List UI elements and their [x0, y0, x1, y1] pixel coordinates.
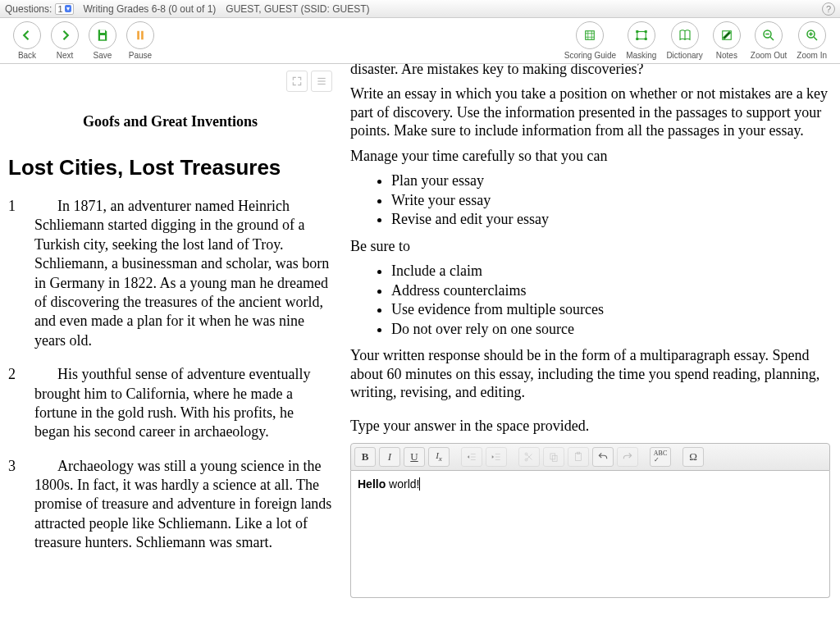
svg-rect-8	[636, 38, 638, 40]
list-item: Plan your essay	[391, 171, 830, 190]
prompt-type: Type your answer in the space provided.	[350, 417, 830, 436]
list-item: Address counterclaims	[391, 281, 830, 300]
svg-line-12	[770, 37, 774, 40]
paragraph-number: 2	[8, 365, 34, 442]
passage-heading-2: Lost Cities, Lost Treasures	[8, 155, 332, 180]
besure-list: Include a claimAddress counterclaimsUse …	[391, 262, 830, 338]
svg-line-15	[814, 37, 817, 40]
redo-button[interactable]	[617, 447, 638, 467]
cut-button[interactable]	[518, 447, 540, 467]
manage-list: Plan your essayWrite your essayRevise an…	[391, 171, 830, 229]
answer-text-bold: Hello	[358, 477, 386, 491]
paragraph-text: In 1871, an adventurer named Heinrich Sc…	[34, 197, 332, 350]
prompt-cut-line: disaster. Are mistakes key to making dis…	[350, 64, 830, 78]
list-item: Revise and edit your essay	[391, 210, 830, 229]
paragraph-text: His youthful sense of adventure eventual…	[34, 365, 332, 442]
title-bar: Questions: 1 ▾ Writing Grades 6-8 (0 out…	[0, 0, 840, 18]
svg-rect-5	[637, 32, 646, 39]
help-icon[interactable]: ?	[822, 2, 835, 16]
pause-button[interactable]: Pause	[126, 21, 154, 60]
special-char-button[interactable]: Ω	[682, 447, 704, 467]
dictionary-button[interactable]: Dictionary	[666, 21, 702, 60]
italic-button[interactable]: I	[379, 447, 400, 467]
editor-toolbar: B I U Ix ABC✓ Ω	[350, 443, 830, 471]
paragraph-text: Archaeology was still a young science in…	[34, 457, 332, 553]
list-item: Include a claim	[391, 262, 830, 281]
undo-button[interactable]	[592, 447, 614, 467]
copy-button[interactable]	[543, 447, 564, 467]
svg-rect-4	[586, 31, 595, 40]
prompt-written: Your written response should be in the f…	[350, 346, 830, 402]
back-button[interactable]: Back	[13, 21, 41, 60]
svg-rect-3	[141, 31, 144, 40]
passage-heading-1: Goofs and Great Inventions	[8, 113, 332, 130]
paragraph-number: 1	[8, 197, 34, 350]
main-toolbar: Back Next Save Pause Scoring Guide Maski…	[0, 18, 840, 64]
prompt-besure: Be sure to	[350, 237, 830, 256]
text-caret	[419, 477, 420, 491]
svg-rect-1	[100, 35, 105, 39]
next-button[interactable]: Next	[51, 21, 79, 60]
svg-rect-7	[645, 30, 647, 33]
questions-label: Questions:	[5, 3, 52, 15]
prompt-manage: Manage your time carefully so that you c…	[350, 147, 830, 166]
answer-editor[interactable]: Hello world!	[350, 471, 830, 598]
answer-text: world!	[386, 477, 419, 491]
bold-button[interactable]: B	[354, 447, 376, 467]
user-label: GUEST, GUEST (SSID: GUEST)	[226, 3, 369, 15]
masking-button[interactable]: Masking	[626, 21, 656, 60]
prompt-pane: disaster. Are mistakes key to making dis…	[340, 64, 840, 630]
list-item: Do not over rely on one source	[391, 320, 830, 339]
menu-icon[interactable]	[311, 71, 332, 92]
assessment-title: Writing Grades 6-8 (0 out of 1)	[84, 3, 217, 15]
prompt-intro: Write an essay in which you take a posit…	[350, 84, 830, 140]
indent-button[interactable]	[486, 447, 507, 467]
svg-rect-2	[137, 31, 139, 40]
paste-button[interactable]	[568, 447, 589, 467]
paragraph-number: 3	[8, 457, 34, 553]
svg-rect-6	[636, 30, 638, 33]
list-item: Use evidence from multiple sources	[391, 300, 830, 319]
svg-rect-0	[100, 30, 105, 33]
underline-button[interactable]: U	[404, 447, 425, 467]
expand-icon[interactable]	[286, 71, 308, 92]
paragraph-row: 2His youthful sense of adventure eventua…	[8, 365, 332, 442]
svg-rect-23	[550, 454, 555, 459]
scoring-guide-button[interactable]: Scoring Guide	[564, 21, 616, 60]
passage-pane: Goofs and Great Inventions Lost Cities, …	[0, 64, 340, 630]
paragraph-row: 1In 1871, an adventurer named Heinrich S…	[8, 197, 332, 350]
list-item: Write your essay	[391, 191, 830, 210]
clear-format-button[interactable]: Ix	[428, 447, 450, 467]
svg-rect-9	[645, 38, 647, 40]
notes-button[interactable]: Notes	[713, 21, 741, 60]
outdent-button[interactable]	[461, 447, 482, 467]
paragraph-row: 3Archaeology was still a young science i…	[8, 457, 332, 553]
chevron-down-icon: ▾	[65, 5, 71, 12]
save-button[interactable]: Save	[89, 21, 116, 60]
svg-rect-24	[552, 455, 557, 461]
zoom-in-button[interactable]: Zoom In	[797, 21, 827, 60]
zoom-out-button[interactable]: Zoom Out	[751, 21, 787, 60]
question-selector[interactable]: 1 ▾	[55, 3, 73, 15]
spellcheck-button[interactable]: ABC✓	[650, 447, 671, 467]
